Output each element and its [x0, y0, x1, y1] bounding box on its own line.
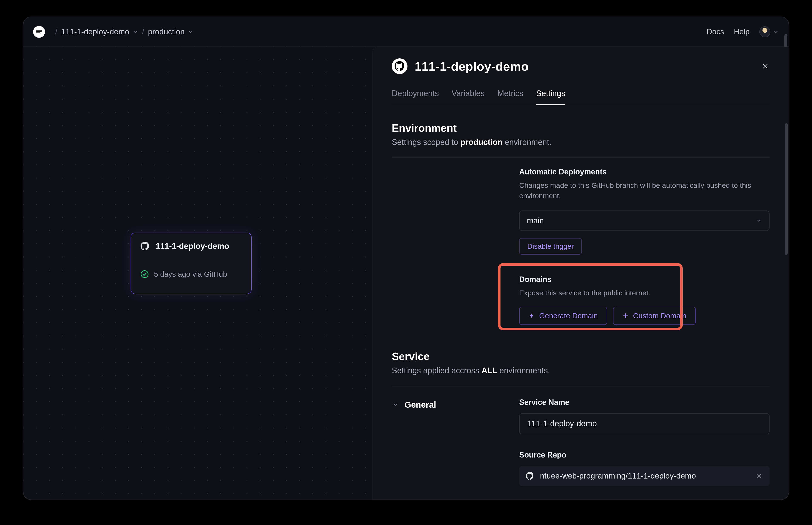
- chevron-down-icon: [132, 29, 138, 35]
- breadcrumb-project[interactable]: 111-1-deploy-demo: [61, 27, 138, 36]
- avatar: [759, 26, 770, 38]
- domains-heading: Domains: [519, 275, 769, 284]
- source-repo-label: Source Repo: [519, 451, 769, 460]
- tab-deployments[interactable]: Deployments: [392, 89, 439, 105]
- section-environment: Environment Settings scoped to productio…: [392, 122, 769, 325]
- panel-title: 111-1-deploy-demo: [415, 59, 529, 73]
- tab-settings[interactable]: Settings: [536, 89, 565, 105]
- domains-sub: Expose this service to the public intern…: [519, 288, 769, 298]
- close-icon: [762, 63, 768, 70]
- generate-domain-button[interactable]: Generate Domain: [519, 306, 607, 325]
- close-icon: [756, 473, 762, 479]
- chevron-down-icon: [756, 218, 762, 224]
- service-heading: Service: [392, 350, 769, 363]
- chevron-down-icon: [773, 29, 779, 35]
- tab-variables[interactable]: Variables: [452, 89, 485, 105]
- nav-help[interactable]: Help: [734, 27, 750, 36]
- breadcrumb-separator: /: [51, 27, 61, 36]
- service-card-status: 5 days ago via GitHub: [154, 270, 227, 279]
- topbar: / 111-1-deploy-demo / production Docs He…: [23, 17, 789, 47]
- railway-logo-icon: [35, 28, 43, 36]
- close-panel-button[interactable]: [761, 62, 769, 71]
- github-icon: [392, 58, 408, 74]
- service-name-input[interactable]: [519, 413, 769, 434]
- environment-heading: Environment: [392, 122, 769, 134]
- tab-metrics[interactable]: Metrics: [497, 89, 523, 105]
- breadcrumb-environment-label: production: [148, 27, 185, 36]
- group-auto-deploy: Automatic Deployments Changes made to th…: [519, 167, 769, 255]
- service-card[interactable]: 111-1-deploy-demo 5 days ago via GitHub: [131, 232, 252, 294]
- panel-tabs: Deployments Variables Metrics Settings: [392, 89, 769, 105]
- body: 111-1-deploy-demo 5 days ago via GitHub: [23, 47, 789, 499]
- auto-deploy-sub: Changes made to this GitHub branch will …: [519, 180, 769, 201]
- source-repo-box[interactable]: ntuee-web-programming/111-1-deploy-demo: [519, 466, 769, 486]
- app-window: / 111-1-deploy-demo / production Docs He…: [23, 17, 789, 499]
- service-subheading: Settings applied accross ALL environment…: [392, 366, 769, 375]
- source-repo-value: ntuee-web-programming/111-1-deploy-demo: [540, 471, 750, 480]
- service-name-label: Service Name: [519, 398, 769, 407]
- chevron-down-icon: [392, 401, 399, 408]
- branch-select[interactable]: main: [519, 210, 769, 231]
- panel-scrollbar[interactable]: [785, 123, 788, 255]
- branch-select-value: main: [527, 216, 544, 225]
- bolt-icon: [529, 313, 535, 319]
- general-label: General: [404, 400, 436, 409]
- auto-deploy-heading: Automatic Deployments: [519, 167, 769, 176]
- section-service: Service Settings applied accross ALL env…: [392, 350, 769, 486]
- general-toggle[interactable]: General: [392, 400, 519, 409]
- service-card-title: 111-1-deploy-demo: [156, 242, 229, 251]
- project-canvas[interactable]: 111-1-deploy-demo 5 days ago via GitHub: [23, 47, 372, 499]
- nav-docs[interactable]: Docs: [707, 27, 724, 36]
- svg-point-0: [141, 271, 148, 278]
- custom-domain-button[interactable]: Custom Domain: [613, 306, 696, 325]
- disable-trigger-button[interactable]: Disable trigger: [519, 238, 582, 255]
- user-menu[interactable]: [759, 26, 779, 38]
- chevron-down-icon: [188, 29, 194, 35]
- github-icon: [141, 241, 150, 251]
- breadcrumb-project-label: 111-1-deploy-demo: [61, 27, 129, 36]
- breadcrumb-environment[interactable]: production: [148, 27, 194, 36]
- github-icon: [526, 472, 534, 480]
- settings-panel: 111-1-deploy-demo Deployments Variables …: [372, 47, 789, 499]
- app-logo[interactable]: [33, 26, 45, 38]
- plus-icon: [622, 313, 629, 319]
- success-check-icon: [141, 270, 149, 279]
- breadcrumb-separator: /: [138, 27, 148, 36]
- environment-subheading: Settings scoped to production environmen…: [392, 138, 769, 147]
- clear-repo-button[interactable]: [755, 472, 763, 480]
- group-domains: Domains Expose this service to the publi…: [519, 275, 769, 325]
